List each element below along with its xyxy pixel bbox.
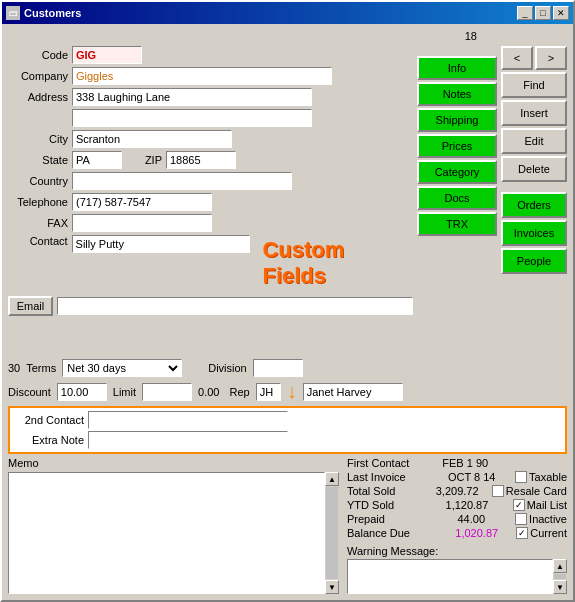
limit-label: Limit [113,386,136,398]
address2-row [8,109,413,127]
current-checkbox[interactable]: ✓ [516,527,528,539]
first-contact-row: First Contact FEB 1 90 [347,457,567,469]
insert-button[interactable]: Insert [501,100,567,126]
prices-button[interactable]: Prices [417,134,497,158]
category-button[interactable]: Category [417,160,497,184]
email-input[interactable] [57,297,413,315]
rep-code-input[interactable] [256,383,281,401]
balance-due-row: Balance Due 1,020.87 ✓ Current [347,527,567,539]
scroll-thumb [326,487,338,579]
window-title: Customers [24,7,81,19]
mail-list-checkbox-row: ✓ Mail List [513,499,567,511]
maximize-button[interactable]: □ [535,6,551,20]
discount-label: Discount [8,386,51,398]
down-arrow-icon: ↓ [287,380,297,403]
last-invoice-label: Last Invoice [347,471,406,483]
warning-text[interactable] [347,559,553,594]
mail-list-label: Mail List [527,499,567,511]
right-buttons: < > Find Insert Edit Delete Orders Invoi… [501,46,567,355]
scroll-down-btn[interactable]: ▼ [325,580,339,594]
title-buttons: _ □ ✕ [517,6,569,20]
fax-label: FAX [8,217,68,229]
code-row: Code [8,46,413,64]
ytd-sold-row: YTD Sold 1,120.87 ✓ Mail List [347,499,567,511]
content-area: 18 Code Company Address [2,24,573,600]
next-button[interactable]: > [535,46,567,70]
main-area: Code Company Address City [8,46,567,355]
code-label: Code [8,49,68,61]
orders-button[interactable]: Orders [501,192,567,218]
company-row: Company [8,67,413,85]
invoices-button[interactable]: Invoices [501,220,567,246]
docs-button[interactable]: Docs [417,186,497,210]
inactive-label: Inactive [529,513,567,525]
division-input[interactable] [253,359,303,377]
zip-input[interactable] [166,151,236,169]
contact2-label: 2nd Contact [14,414,84,426]
edit-button[interactable]: Edit [501,128,567,154]
telephone-input[interactable] [72,193,212,211]
minimize-button[interactable]: _ [517,6,533,20]
mail-list-checkbox[interactable]: ✓ [513,499,525,511]
warning-scroll-thumb [554,574,566,579]
middle-buttons: Info Notes Shipping Prices Category Docs… [417,56,497,355]
extra-note-input[interactable] [88,431,288,449]
delete-button[interactable]: Delete [501,156,567,182]
terms-row: 30 Terms Net 30 days Division [8,359,567,377]
first-contact-value: FEB 1 90 [418,457,488,469]
country-input[interactable] [72,172,292,190]
trx-button[interactable]: TRX [417,212,497,236]
contact-input[interactable] [72,235,251,253]
find-button[interactable]: Find [501,72,567,98]
total-sold-label: Total Sold [347,485,395,497]
total-sold-row: Total Sold 3,209.72 Resale Card [347,485,567,497]
contact2-input[interactable] [88,411,288,429]
terms-select[interactable]: Net 30 days [62,359,182,377]
ytd-sold-value: 1,120.87 [418,499,488,511]
two-column-bottom: Memo ▲ ▼ First Contact FEB 1 90 [8,457,567,594]
limit-input[interactable] [142,383,192,401]
city-label: City [8,133,68,145]
company-input[interactable] [72,67,332,85]
taxable-checkbox[interactable] [515,471,527,483]
address2-input[interactable] [72,109,312,127]
bottom-section: 30 Terms Net 30 days Division Discount L… [8,359,567,594]
total-sold-value: 3,209.72 [409,485,479,497]
warning-scroll-up[interactable]: ▲ [553,559,567,573]
ytd-sold-label: YTD Sold [347,499,394,511]
warning-scroll-down[interactable]: ▼ [553,580,567,594]
notes-button[interactable]: Notes [417,82,497,106]
inactive-checkbox-row: Inactive [515,513,567,525]
people-button[interactable]: People [501,248,567,274]
address1-input[interactable] [72,88,312,106]
telephone-label: Telephone [8,196,68,208]
warning-scrollbar: ▲ ▼ [553,559,567,594]
prev-button[interactable]: < [501,46,533,70]
resale-card-label: Resale Card [506,485,567,497]
discount-row: Discount Limit 0.00 Rep ↓ [8,380,567,403]
contact-label: Contact [8,235,68,247]
terms-label: Terms [26,362,56,374]
discount-input[interactable] [57,383,107,401]
info-button[interactable]: Info [417,56,497,80]
country-row: Country [8,172,413,190]
city-row: City [8,130,413,148]
email-button[interactable]: Email [8,296,53,316]
code-input[interactable] [72,46,142,64]
inactive-checkbox[interactable] [515,513,527,525]
zip-label: ZIP [132,154,162,166]
fax-row: FAX [8,214,413,232]
last-invoice-value: OCT 8 14 [425,471,495,483]
record-counter: 18 [8,30,567,42]
fax-input[interactable] [72,214,212,232]
city-input[interactable] [72,130,232,148]
state-input[interactable] [72,151,122,169]
rep-name-input[interactable] [303,383,403,401]
shipping-button[interactable]: Shipping [417,108,497,132]
limit-val: 0.00 [198,386,219,398]
resale-card-checkbox[interactable] [492,485,504,497]
country-label: Country [8,175,68,187]
close-button[interactable]: ✕ [553,6,569,20]
memo-textarea[interactable] [8,472,325,594]
scroll-up-btn[interactable]: ▲ [325,472,339,486]
